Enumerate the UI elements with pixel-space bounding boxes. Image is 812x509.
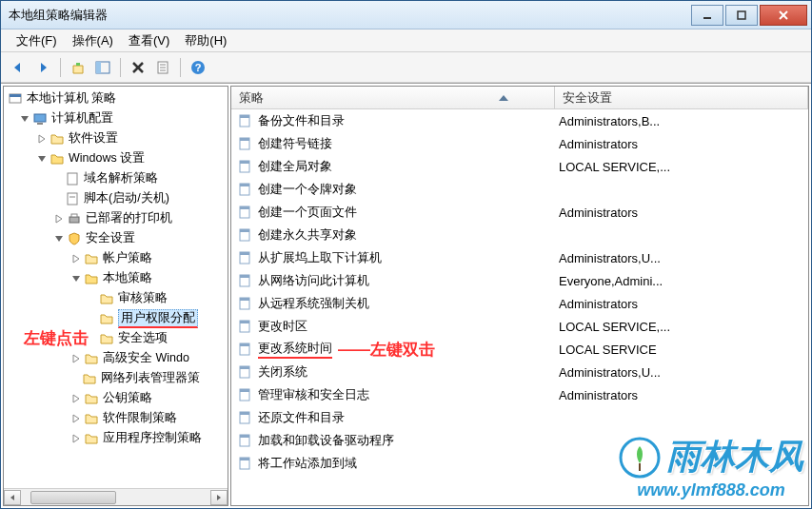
tree-label: 公钥策略 [103,390,152,406]
tree-label: 脚本(启动/关机) [84,190,169,206]
tree-scripts[interactable]: 脚本(启动/关机) [4,188,228,208]
collapse-icon[interactable] [53,233,65,245]
svg-rect-42 [240,321,249,323]
policy-item-icon [237,296,252,311]
maximize-button[interactable] [725,5,758,26]
forward-button[interactable] [31,56,54,79]
column-label: 策略 [239,89,264,107]
tree-software-restriction[interactable]: 软件限制策略 [4,408,228,428]
menu-action[interactable]: 操作(A) [65,30,121,51]
list-row[interactable]: 创建符号链接Administrators [231,132,808,155]
folder-icon [84,251,99,266]
up-button[interactable] [67,56,89,79]
tree-account-policies[interactable]: 帐户策略 [4,248,228,268]
tree-network-list[interactable]: 网络列表管理器策 [4,368,228,388]
tree-label: 审核策略 [118,290,168,306]
policy-name: 备份文件和目录 [258,112,345,129]
expand-icon[interactable] [70,393,82,404]
tree-hscrollbar[interactable] [4,488,228,505]
tree-deployed-printers[interactable]: 已部署的打印机 [4,208,228,228]
tree-computer-config[interactable]: 计算机配置 [4,108,228,128]
list-row[interactable]: 更改系统时间——左键双击LOCAL SERVICE [231,338,808,361]
expand-icon[interactable] [70,433,82,444]
list-row[interactable]: 从扩展坞上取下计算机Administrators,U... [231,246,808,269]
svg-rect-38 [240,275,249,278]
collapse-icon[interactable] [19,113,30,125]
tree-app-control[interactable]: 应用程序控制策略 [4,428,228,448]
menu-file[interactable]: 文件(F) [9,30,65,51]
list-row[interactable]: 备份文件和目录Administrators,B... [231,109,808,132]
tree-user-rights-assignment[interactable]: 用户权限分配 [4,308,228,328]
list-row[interactable]: 创建一个页面文件Administrators [231,201,808,224]
tree-label-selected: 用户权限分配 [118,309,198,328]
scroll-left-button[interactable] [4,490,21,505]
properties-button[interactable] [151,56,174,79]
svg-rect-52 [240,435,249,438]
collapse-icon[interactable] [70,273,82,284]
folder-icon [99,291,114,306]
toolbar-separator [60,58,61,77]
expand-icon[interactable] [53,213,65,225]
list-row[interactable]: 创建永久共享对象 [231,224,808,246]
tree-root[interactable]: 本地计算机 策略 [4,88,228,108]
close-button[interactable] [760,5,807,26]
main-window: 本地组策略编辑器 文件(F) 操作(A) 查看(V) 帮助(H) ? [0,0,812,509]
delete-button[interactable] [127,56,149,79]
list-row[interactable]: 还原文件和目录 [231,406,808,429]
policy-item-icon [237,205,252,220]
policy-item-icon [237,364,252,380]
policy-icon [65,171,80,186]
toolbar-separator [120,58,121,77]
list-header: 策略 安全设置 [231,87,808,109]
back-button[interactable] [7,56,30,79]
tree-local-policies[interactable]: 本地策略 [4,268,228,288]
policy-setting: Everyone,Admini... [555,274,808,288]
svg-rect-44 [240,343,249,346]
list-row[interactable]: 更改时区LOCAL SERVICE,... [231,315,808,338]
watermark-name: 雨林木风 [666,434,803,480]
list-row[interactable]: 从远程系统强制关机Administrators [231,292,808,315]
tree-software-settings[interactable]: 软件设置 [4,128,228,148]
list-row[interactable]: 从网络访问此计算机Everyone,Admini... [231,269,808,292]
menu-help[interactable]: 帮助(H) [177,30,234,51]
list-row[interactable]: 创建一个令牌对象 [231,178,808,201]
policy-setting: Administrators [555,137,808,151]
svg-rect-21 [69,217,79,223]
policy-item-icon [237,387,252,402]
show-hide-tree-button[interactable] [91,56,114,79]
svg-rect-50 [240,412,249,415]
tree-label: 本地计算机 策略 [27,90,116,107]
minimize-button[interactable] [691,5,723,26]
titlebar: 本地组策略编辑器 [1,1,811,29]
list-row[interactable]: 管理审核和安全日志Administrators [231,383,808,406]
expand-icon[interactable] [36,133,48,145]
tree-name-resolution[interactable]: 域名解析策略 [4,168,228,188]
list-row[interactable]: 创建全局对象LOCAL SERVICE,... [231,155,808,178]
annotation-left-click: 左键点击 [24,327,89,349]
help-button[interactable]: ? [187,56,209,79]
tree-audit-policy[interactable]: 审核策略 [4,288,228,308]
list-row[interactable]: 关闭系统Administrators,U... [231,361,808,383]
tree-advanced-firewall[interactable]: 高级安全 Windo [4,348,228,368]
svg-rect-26 [240,138,249,141]
tree-label: 软件限制策略 [103,410,177,426]
scroll-thumb[interactable] [30,491,116,504]
tree-security-settings[interactable]: 安全设置 [4,228,228,248]
policy-setting: LOCAL SERVICE,... [555,320,808,334]
policy-setting: Administrators [555,206,808,220]
tree-public-key[interactable]: 公钥策略 [4,388,228,408]
expand-icon[interactable] [70,253,82,264]
tree-pane: 本地计算机 策略 计算机配置 软件设置 Windows 设置 [3,86,228,506]
expand-icon[interactable] [70,413,82,424]
expand-icon[interactable] [70,353,82,364]
menu-view[interactable]: 查看(V) [121,30,177,51]
policy-name: 管理审核和安全日志 [258,386,369,403]
tree-windows-settings[interactable]: Windows 设置 [4,148,228,168]
tree-label: 本地策略 [103,270,152,286]
policy-name: 创建一个页面文件 [258,204,357,221]
scroll-right-button[interactable] [210,490,228,505]
column-security-setting[interactable]: 安全设置 [555,87,808,108]
collapse-icon[interactable] [36,153,48,165]
column-policy[interactable]: 策略 [231,87,555,108]
svg-rect-15 [10,94,21,97]
